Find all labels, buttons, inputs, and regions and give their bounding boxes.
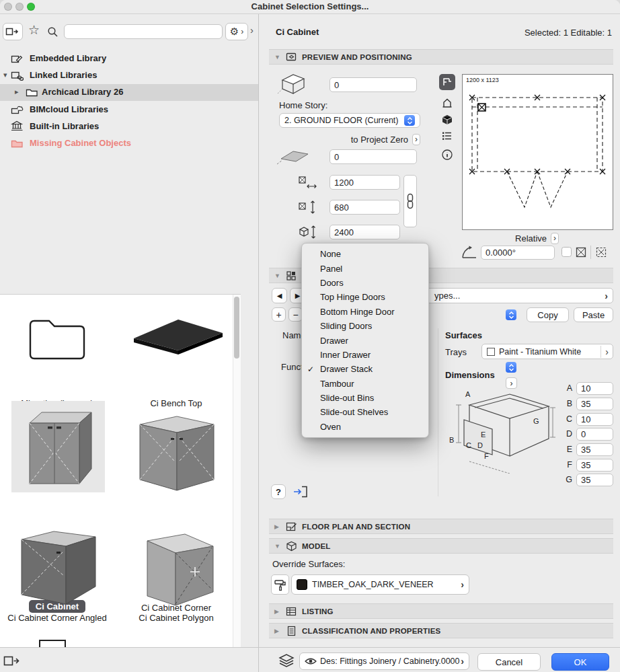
triangle-right-icon: ▶ xyxy=(274,628,281,634)
dimensions-title: Dimensions xyxy=(445,370,495,380)
section-floor-plan-and-section[interactable]: ▶ FLOOR PLAN AND SECTION xyxy=(269,519,613,534)
override-surface-select[interactable]: TIMBER_OAK_DARK_VENEER › xyxy=(291,574,469,595)
rotation-angle-input[interactable] xyxy=(481,246,555,260)
minimize-button[interactable] xyxy=(15,3,24,11)
tree-item-linked-libraries[interactable]: ▾ Linked Libraries xyxy=(0,67,258,84)
library-item-label: Ci Cabinet Corner Angled xyxy=(0,613,114,623)
section-model[interactable]: ▼ MODEL xyxy=(269,538,613,554)
library-item-ci-cabinet[interactable]: Ci Cabinet xyxy=(0,399,114,512)
dim-a-input[interactable] xyxy=(576,382,613,395)
preview-viewport[interactable]: 1200 x 1123 xyxy=(462,74,613,230)
menu-item[interactable]: Inner Drawer xyxy=(302,348,428,362)
height-dimension-icon xyxy=(298,224,318,240)
thumbnails-scrollbar-track[interactable] xyxy=(233,295,241,647)
collapse-panel-button[interactable]: › xyxy=(250,24,254,36)
dim-c-input[interactable] xyxy=(576,413,613,426)
flip-frame-icon[interactable] xyxy=(595,246,607,258)
help-button[interactable]: ? xyxy=(271,484,286,499)
search-input[interactable] xyxy=(64,24,223,39)
floor-plan-view-button[interactable] xyxy=(439,74,455,90)
menu-item[interactable]: Bottom Hinge Door xyxy=(302,305,428,319)
paint-override-button[interactable] xyxy=(271,574,289,595)
width-input[interactable] xyxy=(330,175,400,190)
library-item-ci-cabinet-corner[interactable]: Ci Cabinet Corner xyxy=(119,399,233,512)
dim-g-input[interactable] xyxy=(576,474,613,486)
chevron-down-icon[interactable]: ▾ xyxy=(3,71,7,79)
home-story-select[interactable]: 2. GROUND FLOOR (Current) xyxy=(279,113,420,128)
library-item-ci-cabinet-corner-angled[interactable]: Ci Cabinet Corner Angled xyxy=(0,513,114,628)
favorites-button[interactable]: ☆ xyxy=(28,22,40,38)
preview-section-icon xyxy=(286,52,297,63)
library-item-migration-legacy[interactable]: Migration (Legacy) xyxy=(0,308,114,406)
flip-icon[interactable] xyxy=(575,246,587,258)
menu-item-label: None xyxy=(320,249,341,259)
thumbnails-scrollbar-thumb[interactable] xyxy=(234,297,239,359)
layers-icon[interactable] xyxy=(278,653,295,668)
menu-item[interactable]: None xyxy=(302,247,428,261)
tree-item-archicad-library-26[interactable]: ▸ Archicad Library 26 xyxy=(0,84,258,101)
layer-select[interactable]: Des: Fittings Joinery / Cabinetry.0000 › xyxy=(299,652,469,670)
library-settings-button[interactable]: ⚙› xyxy=(225,23,248,40)
bottom-elevation-input[interactable] xyxy=(330,149,417,164)
menu-item[interactable]: Slide-out Bins xyxy=(302,391,428,405)
library-item-ci-cabinet-polygon[interactable]: Ci Cabinet Polygon xyxy=(119,513,233,628)
remove-item-button[interactable]: − xyxy=(288,307,303,322)
place-object-icon[interactable] xyxy=(3,654,21,667)
menu-item[interactable]: Tambour xyxy=(302,377,428,391)
elevation-view-button[interactable] xyxy=(439,95,455,111)
top-elevation-input[interactable] xyxy=(330,77,417,92)
chevron-right-icon: › xyxy=(250,24,254,36)
menu-item-checked[interactable]: ✓Drawer Stack xyxy=(302,362,428,376)
menu-item[interactable]: Panel xyxy=(302,261,428,275)
section-preview-and-positioning[interactable]: ▼ PREVIEW AND POSITIONING xyxy=(269,49,613,65)
cancel-button[interactable]: Cancel xyxy=(477,653,541,671)
menu-item-label: Panel xyxy=(320,264,342,274)
add-item-button[interactable]: + xyxy=(272,307,286,322)
zoom-button[interactable] xyxy=(27,3,35,11)
ok-button[interactable]: OK xyxy=(551,653,609,671)
section-view-button[interactable] xyxy=(439,128,455,144)
depth-input[interactable] xyxy=(330,200,400,215)
search-button[interactable] xyxy=(47,26,59,38)
parameter-page-label: ypes... xyxy=(434,291,460,301)
menu-item[interactable]: Drawer xyxy=(302,333,428,347)
chevron-right-icon: › xyxy=(461,580,464,589)
section-listing[interactable]: ▶ LISTING xyxy=(269,603,613,619)
function-popup-stepper[interactable] xyxy=(506,362,516,373)
menu-item[interactable]: Doors xyxy=(302,276,428,290)
dim-e-input[interactable] xyxy=(576,443,613,456)
copy-button[interactable]: Copy xyxy=(527,307,569,322)
section-title: CLASSIFICATION AND PROPERTIES xyxy=(302,627,440,635)
surfaces-title: Surfaces xyxy=(445,330,482,340)
paste-button[interactable]: Paste xyxy=(574,307,613,322)
section-classification-and-properties[interactable]: ▶ CLASSIFICATION AND PROPERTIES xyxy=(269,623,613,638)
link-dimensions-button[interactable] xyxy=(403,175,417,227)
load-library-button[interactable] xyxy=(3,23,23,40)
menu-item[interactable]: Slide-out Shelves xyxy=(302,405,428,419)
mirror-checkbox[interactable] xyxy=(561,247,572,257)
menu-item[interactable]: Top Hinge Doors xyxy=(302,290,428,304)
dim-d-input[interactable] xyxy=(576,428,613,441)
height-input[interactable] xyxy=(330,225,400,239)
tree-item-built-in-libraries[interactable]: Built-in Libraries xyxy=(0,118,258,135)
trays-surface-select[interactable]: Paint - Titanium White › xyxy=(481,344,613,359)
tree-item-bimcloud-libraries[interactable]: BIMcloud Libraries xyxy=(0,102,258,118)
transfer-settings-icon[interactable] xyxy=(293,485,309,498)
info-button[interactable] xyxy=(439,147,455,163)
dim-b-input[interactable] xyxy=(576,398,613,410)
dim-f-input[interactable] xyxy=(576,459,613,472)
3d-view-button[interactable] xyxy=(439,112,455,128)
relative-link[interactable]: Relative › xyxy=(481,233,559,244)
reference-level-link[interactable]: to Project Zero › xyxy=(326,134,420,145)
diagram-letter: C xyxy=(466,441,471,449)
library-item-ci-bench-top[interactable]: Ci Bench Top xyxy=(119,308,233,406)
close-button[interactable] xyxy=(4,3,12,11)
popup-stepper-icon[interactable] xyxy=(506,309,516,320)
menu-item[interactable]: Sliding Doors xyxy=(302,319,428,333)
tree-item-missing-cabinet-objects[interactable]: Missing Cabinet Objects xyxy=(0,135,258,152)
menu-item[interactable]: Oven xyxy=(302,420,428,434)
previous-page-button[interactable]: ◀ xyxy=(272,288,287,303)
disclosure-right-icon[interactable]: ▸ xyxy=(15,87,19,96)
chevron-right-icon: › xyxy=(605,291,608,301)
tree-item-embedded-library[interactable]: Embedded Library xyxy=(0,50,258,67)
